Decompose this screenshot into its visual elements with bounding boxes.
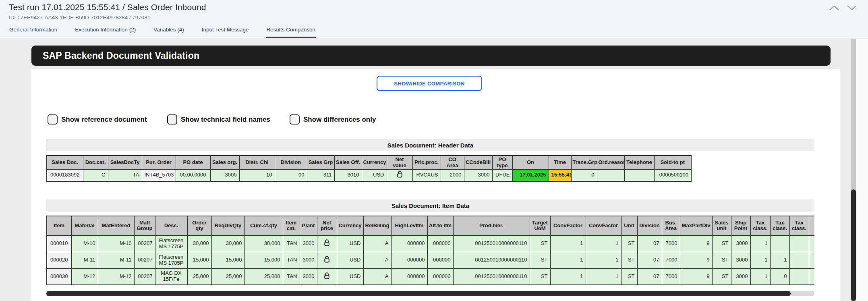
cell: ST bbox=[621, 268, 637, 285]
cell: M-10 bbox=[98, 235, 134, 252]
cell: 0 bbox=[571, 170, 597, 181]
cell: 3000 bbox=[300, 268, 317, 285]
cell: ST bbox=[621, 252, 637, 268]
cell bbox=[387, 170, 412, 181]
vertical-scrollbar-thumb[interactable] bbox=[851, 189, 856, 301]
cell: 3010 bbox=[334, 170, 362, 181]
chevron-up-icon[interactable] bbox=[829, 5, 839, 11]
tab-input-test-message[interactable]: Input Test Message bbox=[201, 27, 249, 38]
column-header: ConvFactor bbox=[586, 216, 621, 235]
column-header: Desc. bbox=[155, 216, 187, 235]
cell: 1 bbox=[750, 235, 770, 252]
cell: 1 bbox=[550, 252, 586, 268]
chevron-down-icon[interactable] bbox=[847, 5, 857, 11]
tab-results-comparison[interactable]: Results Comparison bbox=[266, 27, 316, 38]
cell: TAN bbox=[283, 252, 300, 268]
cell: 1 bbox=[550, 235, 586, 252]
column-header: Pric.proc. bbox=[412, 156, 441, 170]
cell bbox=[789, 235, 809, 252]
column-header: Matl Group bbox=[134, 216, 155, 235]
cell: 00.00.0000 bbox=[176, 170, 210, 181]
checkbox-show-reference-document[interactable] bbox=[48, 114, 58, 125]
cell: 9 bbox=[680, 268, 712, 285]
cell: M-11 bbox=[71, 252, 98, 268]
checkbox-show-technical-field-names[interactable] bbox=[167, 114, 177, 125]
section-title: SAP Backend Document Validation bbox=[43, 50, 199, 61]
column-header: Tax class. bbox=[750, 216, 770, 235]
cell: M-10 bbox=[71, 235, 98, 252]
cell: 3000 bbox=[731, 252, 750, 268]
cell: 07 bbox=[637, 252, 662, 268]
column-header: CO Area bbox=[441, 156, 464, 170]
item-data-table-title: Sales Document: Item Data bbox=[46, 199, 814, 212]
cell: 000000 bbox=[427, 252, 453, 268]
cell: 9 bbox=[680, 235, 712, 252]
lock-icon bbox=[323, 239, 330, 247]
column-header: Ord.reason bbox=[597, 156, 624, 170]
column-header: Telephone bbox=[624, 156, 654, 170]
column-header: Sales Off. bbox=[334, 156, 362, 170]
column-header: Currency bbox=[337, 216, 363, 235]
cell: 07 bbox=[637, 268, 662, 285]
tab-execution-information-2[interactable]: Execution Information (2) bbox=[75, 27, 136, 38]
column-header: MatEntered bbox=[98, 216, 134, 235]
cell: 0 bbox=[770, 268, 789, 285]
lock-icon bbox=[323, 255, 330, 263]
checkbox-show-differences-only[interactable] bbox=[290, 114, 300, 125]
cell: 1 bbox=[586, 268, 621, 285]
horizontal-scrollbar-thumb[interactable] bbox=[46, 291, 791, 296]
item-table-viewport: ItemMaterialMatEnteredMatl GroupDesc.Ord… bbox=[46, 216, 814, 285]
column-header: On bbox=[512, 156, 549, 170]
column-header: Bus. Area bbox=[662, 216, 680, 235]
cell bbox=[770, 235, 789, 252]
checkbox-item-show-technical-field-names: Show technical field names bbox=[167, 114, 270, 125]
cell: 00207 bbox=[134, 235, 155, 252]
cell: USD bbox=[337, 235, 363, 252]
cell: Flatscreen MS 1785P bbox=[155, 252, 187, 268]
cell: ST bbox=[712, 235, 731, 252]
cell: USD bbox=[337, 252, 363, 268]
section-header-bar: SAP Backend Document Validation bbox=[31, 46, 831, 66]
cell: MAG DX 15F/Fe bbox=[155, 268, 187, 285]
cell bbox=[809, 268, 814, 285]
cell: 07 bbox=[637, 235, 662, 252]
column-header: Pur. Order bbox=[142, 156, 176, 170]
cell: 30,000 bbox=[244, 235, 283, 252]
column-header: SalesDocTy bbox=[108, 156, 142, 170]
cell: 3000 bbox=[464, 170, 492, 181]
cell: 10 bbox=[239, 170, 275, 181]
checkbox-item-show-differences-only: Show differences only bbox=[290, 114, 376, 125]
cell bbox=[789, 252, 809, 268]
cell: 15,000 bbox=[211, 252, 244, 268]
page-header: Test run 17.01.2025 15:55:41 / Sales Ord… bbox=[0, 0, 868, 38]
cell: 3000 bbox=[731, 268, 750, 285]
column-header: Currency bbox=[362, 156, 387, 170]
cell bbox=[317, 252, 337, 268]
cell: ST bbox=[530, 235, 550, 252]
cell: 00207 bbox=[134, 268, 155, 285]
tab-general-information[interactable]: General Information bbox=[9, 27, 58, 38]
column-header: Division bbox=[275, 156, 307, 170]
cell: 000020 bbox=[47, 252, 71, 268]
column-header: Item bbox=[47, 216, 71, 235]
cell bbox=[789, 268, 809, 285]
cell: 000000 bbox=[391, 235, 427, 252]
column-header bbox=[809, 216, 814, 235]
cell: 000000 bbox=[391, 252, 427, 268]
cell: 3000 bbox=[210, 170, 239, 181]
checkbox-item-show-reference-document: Show reference document bbox=[48, 114, 147, 125]
tab-variables-4[interactable]: Variables (4) bbox=[153, 27, 184, 38]
cell: 000030 bbox=[47, 268, 71, 285]
cell: TAN bbox=[283, 235, 300, 252]
cell: ST bbox=[712, 252, 731, 268]
cell bbox=[597, 170, 624, 181]
cell: 30,000 bbox=[211, 235, 244, 252]
cell: 1 bbox=[750, 252, 770, 268]
cell: 1 bbox=[750, 268, 770, 285]
column-header: Item cat. bbox=[283, 216, 300, 235]
cell: 1 bbox=[586, 235, 621, 252]
cell: 7000 bbox=[662, 252, 680, 268]
column-header: Sales Grp bbox=[307, 156, 334, 170]
show-hide-comparison-button[interactable]: SHOW/HIDE COMPARISON bbox=[377, 76, 482, 91]
cell: 00 bbox=[275, 170, 307, 181]
